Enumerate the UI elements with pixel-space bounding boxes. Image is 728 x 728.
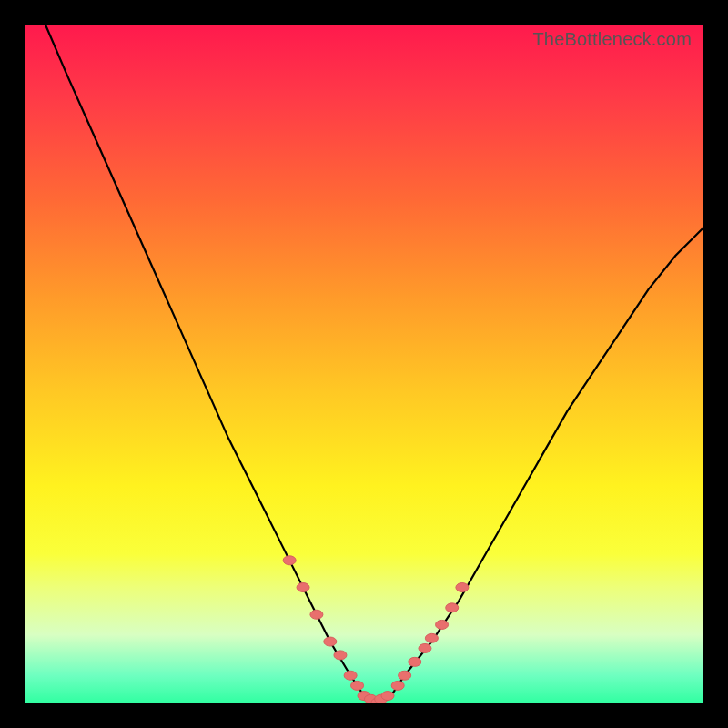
- marker-dot: [456, 583, 469, 592]
- highlighted-markers: [283, 556, 469, 703]
- marker-dot: [446, 603, 459, 612]
- marker-dot: [283, 556, 296, 565]
- chart-frame: TheBottleneck.com: [0, 0, 728, 728]
- marker-dot: [391, 681, 404, 690]
- marker-dot: [344, 671, 357, 680]
- marker-dot: [381, 692, 394, 701]
- marker-dot: [351, 681, 364, 690]
- marker-dot: [334, 651, 347, 660]
- chart-plot-area: TheBottleneck.com: [25, 25, 703, 703]
- marker-dot: [297, 583, 309, 592]
- marker-dot: [425, 633, 438, 642]
- marker-dot: [399, 671, 411, 680]
- marker-dot: [409, 657, 421, 666]
- marker-dot: [419, 643, 431, 652]
- marker-dot: [324, 637, 337, 646]
- chart-svg: [25, 25, 703, 703]
- marker-dot: [310, 610, 323, 619]
- marker-dot: [436, 620, 449, 629]
- bottleneck-curve: [46, 25, 703, 703]
